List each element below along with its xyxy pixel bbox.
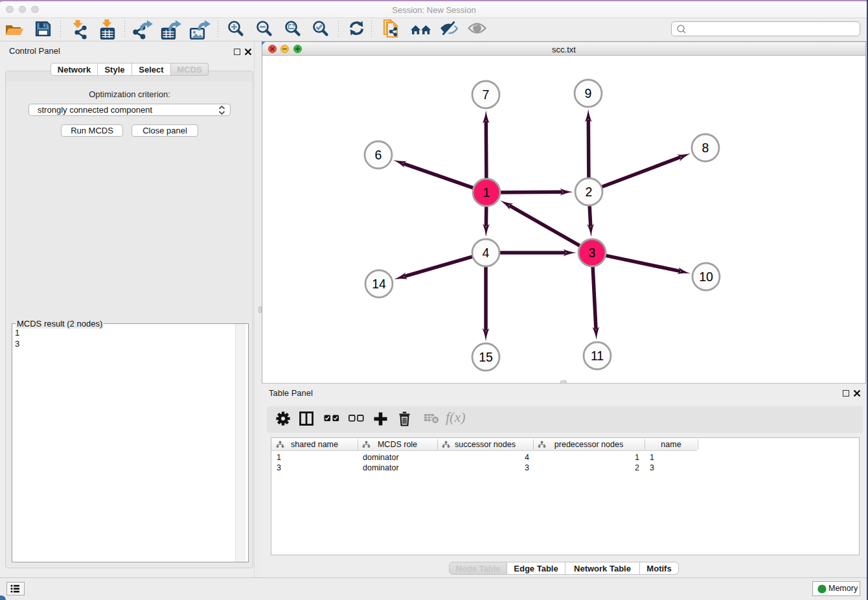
svg-text:15: 15 — [479, 350, 493, 364]
svg-text:10: 10 — [699, 270, 713, 284]
svg-text:1: 1 — [483, 185, 490, 200]
svg-text:9: 9 — [585, 86, 592, 100]
svg-text:8: 8 — [702, 141, 709, 155]
svg-text:7: 7 — [483, 87, 490, 102]
svg-text:2: 2 — [586, 185, 593, 199]
svg-text:11: 11 — [591, 349, 604, 363]
svg-text:4: 4 — [483, 246, 490, 260]
svg-text:14: 14 — [372, 277, 386, 291]
svg-text:6: 6 — [375, 148, 382, 162]
svg-text:3: 3 — [589, 246, 596, 260]
